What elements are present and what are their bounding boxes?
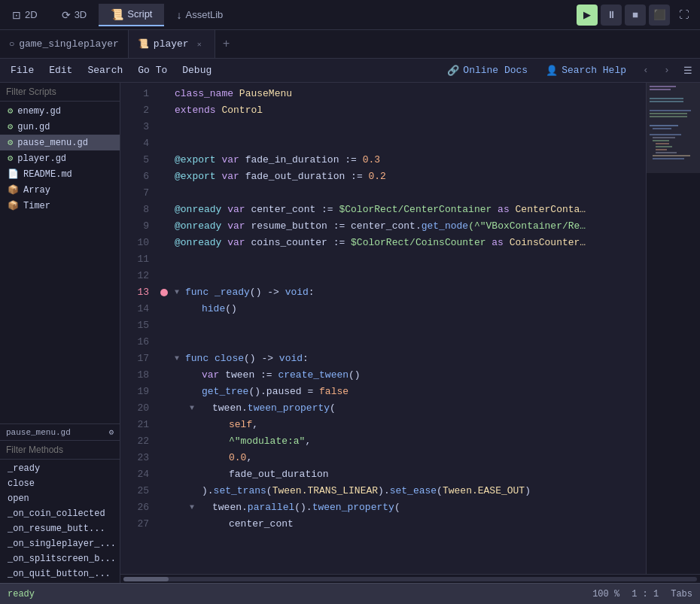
play-button[interactable]: ▶	[577, 5, 598, 26]
method-on-singleplayer[interactable]: _on_singleplayer_...	[0, 536, 120, 551]
code-line-9: @onready var resume_button := center_con…	[172, 218, 646, 235]
code-line-16	[172, 334, 646, 351]
gutter-10	[157, 235, 172, 251]
ln-5: 5	[120, 152, 149, 168]
current-file-label: pause_menu.gd ⚙	[0, 424, 120, 441]
playback-controls: ▶ ⏸ ■ ⬛ ⛶	[577, 5, 700, 26]
menu-debug[interactable]: Debug	[175, 62, 219, 79]
gutter-7	[157, 185, 172, 202]
ln-4: 4	[120, 135, 149, 152]
search-help-icon: 👤	[546, 65, 558, 77]
2d-button[interactable]: ⊡ 2D	[0, 5, 50, 26]
code-line-7	[172, 185, 646, 202]
breakpoint-dot	[160, 289, 168, 296]
ln-6: 6	[120, 168, 149, 185]
assetlib-button[interactable]: ↓ AssetLib	[164, 5, 235, 26]
file-item-gun[interactable]: ⚙ gun.gd	[0, 119, 120, 135]
gutter-13	[157, 284, 172, 301]
search-help-button[interactable]: 👤 Search Help	[538, 62, 634, 80]
code-content[interactable]: class_name PauseMenu extends Control @ex…	[172, 83, 646, 574]
filter-scripts-input[interactable]	[6, 87, 119, 97]
code-line-13: ▼func _ready() -> void:	[172, 284, 646, 301]
tab-close-button[interactable]: ✕	[193, 38, 205, 50]
step-button[interactable]: ⬛	[649, 5, 670, 26]
docs-panel-button[interactable]: ☰	[679, 62, 697, 80]
ln-25: 25	[120, 483, 149, 499]
code-line-15	[172, 317, 646, 334]
code-line-14: hide()	[172, 301, 646, 317]
ln-8: 8	[120, 202, 149, 218]
method-list: _ready close open _on_coin_collected _on…	[0, 460, 120, 583]
method-on-coin-collected[interactable]: _on_coin_collected	[0, 506, 120, 521]
filter-methods-toggle-icon[interactable]: ⚙	[108, 427, 114, 437]
code-line-20: ▼tween.tween_property(	[172, 400, 646, 417]
online-docs-icon: 🔗	[447, 65, 459, 77]
hscroll-thumb[interactable]	[123, 577, 169, 581]
method-on-resume-button[interactable]: _on_resume_butt...	[0, 521, 120, 536]
ln-23: 23	[120, 450, 149, 466]
file-item-pause-menu[interactable]: ⚙ pause_menu.gd	[0, 135, 120, 150]
editor-scroll[interactable]: 1 2 3 4 5 6 7 8 9 10 11 12 13 14 15 16 1…	[120, 83, 700, 574]
code-line-19: get_tree().paused = false	[172, 384, 646, 400]
tab-player[interactable]: 📜 player ✕	[129, 30, 215, 58]
minimap	[646, 83, 700, 574]
sidebar: 🔍 ⚙ enemy.gd ⚙ gun.gd ⚙ pause_menu.gd ⚙ …	[0, 83, 120, 583]
nav-back-button[interactable]: ‹	[637, 62, 655, 80]
method-on-splitscreen[interactable]: _on_splitscreen_b...	[0, 551, 120, 566]
ln-19: 19	[120, 384, 149, 400]
code-line-27: center_cont	[172, 516, 646, 533]
editor-hscroll[interactable]	[120, 574, 700, 583]
method-close[interactable]: close	[0, 476, 120, 491]
script-button[interactable]: 📜 Script	[99, 4, 164, 26]
svg-rect-19	[647, 83, 700, 173]
ln-20: 20	[120, 400, 149, 417]
tabs-label: Tabs	[671, 589, 692, 599]
file-item-array[interactable]: 📦 Array	[0, 182, 120, 198]
code-line-24: fade_out_duration	[172, 466, 646, 483]
code-line-26: ▼tween.parallel().tween_property(	[172, 499, 646, 516]
zoom-level: 100 %	[592, 589, 619, 599]
maximize-button[interactable]: ⛶	[673, 5, 694, 26]
gutter-3	[157, 119, 172, 135]
menu-file[interactable]: File	[3, 62, 41, 79]
file-item-readme[interactable]: 📄 README.md	[0, 166, 120, 182]
gutter-5	[157, 152, 172, 168]
online-docs-button[interactable]: 🔗 Online Docs	[440, 62, 535, 80]
stop-button[interactable]: ■	[625, 5, 646, 26]
tab-game-singleplayer[interactable]: ○ game_singleplayer	[0, 30, 129, 58]
gutter-4	[157, 135, 172, 152]
gutter-9	[157, 218, 172, 235]
file-item-timer[interactable]: 📦 Timer	[0, 198, 120, 214]
ln-21: 21	[120, 417, 149, 433]
gutter-8	[157, 202, 172, 218]
file-array-icon: 📦	[8, 184, 19, 196]
code-line-6: @export var fade_out_duration := 0.2	[172, 168, 646, 185]
file-item-enemy[interactable]: ⚙ enemy.gd	[0, 103, 120, 119]
tab-add-button[interactable]: +	[215, 30, 238, 58]
method-open[interactable]: open	[0, 491, 120, 506]
method-on-quit-button[interactable]: _on_quit_button_...	[0, 566, 120, 581]
nav-forward-button[interactable]: ›	[658, 62, 676, 80]
filter-methods-input[interactable]	[6, 445, 119, 455]
gutter-19	[157, 384, 172, 400]
file-item-player[interactable]: ⚙ player.gd	[0, 150, 120, 166]
gutter-27	[157, 516, 172, 533]
gutter-21	[157, 417, 172, 433]
3d-button[interactable]: ⟳ 3D	[50, 5, 99, 26]
gutter-12	[157, 268, 172, 284]
menu-search[interactable]: Search	[80, 62, 130, 79]
menu-edit[interactable]: Edit	[41, 62, 80, 79]
menu-goto[interactable]: Go To	[130, 62, 175, 79]
toolbar-left: ⊡ 2D ⟳ 3D 📜 Script ↓ AssetLib	[0, 4, 235, 26]
tab-bar: ○ game_singleplayer 📜 player ✕ +	[0, 30, 700, 59]
ln-13: 13	[120, 284, 149, 301]
method-ready[interactable]: _ready	[0, 461, 120, 476]
gutter-23	[157, 450, 172, 466]
ln-14: 14	[120, 301, 149, 317]
code-line-23: 0.0,	[172, 450, 646, 466]
ln-2: 2	[120, 102, 149, 119]
gutter-24	[157, 466, 172, 483]
ln-9: 9	[120, 218, 149, 235]
ln-16: 16	[120, 334, 149, 351]
pause-button[interactable]: ⏸	[601, 5, 622, 26]
